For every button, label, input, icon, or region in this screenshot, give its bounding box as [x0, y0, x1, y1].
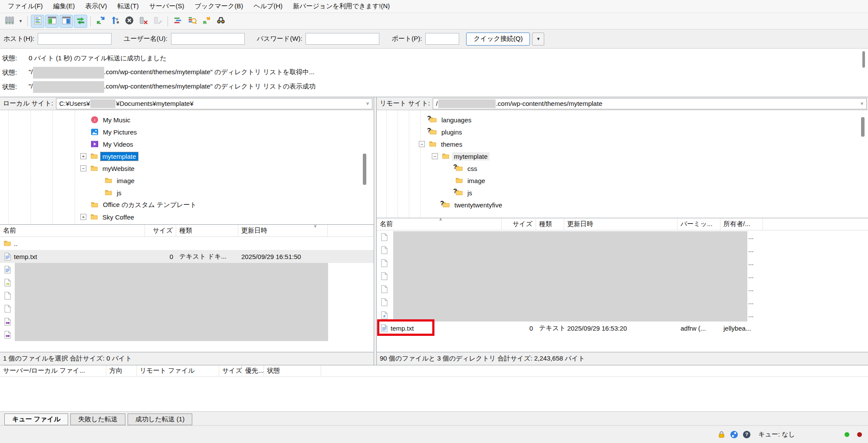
log-line-2: 状態:"/.com/wp-content/themes/mytemplate" …	[0, 66, 868, 80]
local-tree-item-image[interactable]: image	[0, 174, 374, 187]
menu-item-5[interactable]: サーバー(S)	[144, 0, 190, 13]
sync-browsing-button[interactable]	[200, 15, 213, 28]
quickconnect-button[interactable]: クイック接続(Q)	[466, 33, 530, 46]
remote-tree-item-js[interactable]: ?js	[377, 187, 868, 199]
local-tree-item-mywebsite[interactable]: −myWebsite	[0, 162, 374, 174]
queue-column-header-5[interactable]: 優先...	[242, 365, 264, 376]
help-icon[interactable]: ?	[742, 430, 751, 439]
local-tree-item-mytemplate[interactable]: +mytemplate	[0, 150, 374, 162]
blank-file-icon	[380, 272, 388, 280]
remote-column-header-4[interactable]: 更新日時	[564, 218, 677, 230]
menu-item-2[interactable]: 編集(E)	[48, 0, 80, 13]
remote-tree-item-image[interactable]: image	[377, 174, 868, 187]
message-log: 状態:0 バイト (1 秒) のファイル転送に成功しました状態:"/.com/w…	[0, 49, 868, 97]
remote-tree-item-themes[interactable]: −themes	[377, 138, 868, 150]
local-path-combobox[interactable]: C:¥Users¥ ¥Documents¥mytemplate¥ ∨	[56, 98, 372, 109]
site-manager-button[interactable]	[3, 15, 16, 28]
lock-icon[interactable]	[717, 430, 726, 439]
host-input[interactable]	[38, 33, 112, 45]
file-name-label: temp.txt	[14, 253, 37, 260]
tab-2[interactable]: 失敗した転送	[70, 413, 125, 425]
tab-3[interactable]: 成功した転送 (1)	[128, 413, 192, 425]
queue-column-header-3[interactable]: リモート ファイル	[137, 365, 219, 376]
collapse-icon[interactable]: −	[432, 153, 438, 159]
remote-column-header-6[interactable]: 所有者/...	[720, 218, 763, 230]
filter-icon	[173, 16, 183, 26]
remote-tree-item-css[interactable]: ?css	[377, 162, 868, 174]
local-tree-item-my-music[interactable]: ♪My Music	[0, 114, 374, 126]
menu-item-7[interactable]: ヘルプ(H)	[248, 0, 288, 13]
refresh-button[interactable]	[94, 15, 107, 28]
remote-tree-item-twentytwentyfive[interactable]: ?twentytwentyfive	[377, 199, 868, 211]
local-list-header: 名前サイズ種類更新日時∨	[0, 225, 374, 237]
log-status-label: 状態:	[0, 83, 29, 91]
local-column-header-3[interactable]: 種類	[176, 225, 238, 236]
password-input[interactable]	[306, 33, 379, 45]
site-manager-dropdown-button[interactable]: ▾	[17, 15, 24, 28]
filter-button[interactable]	[171, 15, 184, 28]
log-scrollbar[interactable]	[862, 51, 865, 68]
menu-item-1[interactable]: ファイル(F)	[3, 0, 48, 13]
remote-cell-size: 0	[502, 325, 536, 332]
toggle-message-log-icon	[33, 16, 43, 26]
reconnect-button[interactable]	[151, 15, 164, 28]
queue-column-header-4[interactable]: サイズ	[219, 365, 242, 376]
remote-column-header-5[interactable]: パーミッ...	[677, 218, 720, 230]
queue-column-header-2[interactable]: 方向	[106, 365, 137, 376]
menu-item-3[interactable]: 表示(V)	[80, 0, 112, 13]
remote-column-header-2[interactable]: サイズ	[502, 218, 536, 230]
folder-icon	[428, 140, 437, 148]
process-queue-button[interactable]	[108, 15, 122, 28]
queue-status-text: キュー: なし	[758, 430, 795, 439]
find-files-button[interactable]	[214, 15, 227, 28]
tab-1[interactable]: キュー ファイル	[4, 413, 68, 425]
remote-path-combobox[interactable]: / .com/wp-content/themes/mytemplate ∨	[433, 98, 867, 109]
local-column-header-4[interactable]: 更新日時∨	[238, 225, 328, 236]
toggle-transfer-queue-button[interactable]	[74, 15, 87, 28]
menu-item-6[interactable]: ブックマーク(B)	[189, 0, 248, 13]
notifications-icon[interactable]	[730, 430, 738, 439]
username-input[interactable]	[171, 33, 245, 45]
local-tree-item-sky-coffee[interactable]: +Sky Coffee	[0, 211, 374, 223]
local-file-row[interactable]: temp.txt0テキスト ドキ...2025/09/29 16:51:50	[0, 250, 374, 263]
remote-column-header-3[interactable]: 種類	[536, 218, 564, 230]
menu-item-8[interactable]: 新バージョンを利用できます!(N)	[288, 0, 395, 13]
expand-icon[interactable]: +	[80, 153, 86, 159]
remote-tree-item-plugins[interactable]: ?plugins	[377, 126, 868, 138]
local-tree-item-my-pictures[interactable]: My Pictures	[0, 126, 374, 138]
remote-tree-item-languages[interactable]: ?languages	[377, 114, 868, 126]
reconnect-icon	[153, 16, 163, 26]
chevron-down-icon[interactable]: ∨	[366, 101, 369, 105]
local-column-header-2[interactable]: サイズ	[145, 225, 176, 236]
cancel-button[interactable]	[122, 15, 136, 28]
toggle-message-log-button[interactable]	[31, 15, 44, 28]
toggle-local-tree-button[interactable]	[45, 15, 59, 28]
expand-icon[interactable]: +	[80, 214, 86, 220]
port-input[interactable]	[425, 33, 459, 45]
toggle-remote-tree-button[interactable]	[59, 15, 73, 28]
collapse-icon[interactable]: −	[80, 165, 86, 171]
chevron-down-icon[interactable]: ∨	[860, 101, 864, 105]
local-directory-tree: ♪My MusicMy PicturesMy Videos+mytemplate…	[0, 110, 374, 225]
local-column-header-1[interactable]: 名前	[0, 225, 145, 236]
log-message: "/.com/wp-content/themes/mytemplate" のディ…	[29, 81, 316, 93]
tree-item-label: themes	[439, 140, 464, 148]
compare-directories-button[interactable]	[185, 15, 199, 28]
local-file-row[interactable]: ..	[0, 237, 374, 250]
local-tree-item-js[interactable]: js	[0, 187, 374, 199]
tree-item-label: image	[466, 177, 487, 185]
remote-column-header-1[interactable]: 名前∧	[377, 218, 502, 230]
js-file-icon: JS	[3, 278, 12, 287]
local-tree-item-office-[interactable]: Office のカスタム テンプレート	[0, 199, 374, 211]
collapse-icon[interactable]: −	[419, 141, 425, 147]
menu-item-4[interactable]: 転送(T)	[112, 0, 144, 13]
queue-column-header-1[interactable]: サーバー/ローカル ファイ...	[0, 365, 106, 376]
local-tree-item-my-videos[interactable]: My Videos	[0, 138, 374, 150]
queue-column-header-6[interactable]: 状態	[264, 365, 321, 376]
quickconnect-dropdown-button[interactable]: ▼	[532, 33, 544, 46]
tree-item-label: Sky Coffee	[101, 213, 136, 221]
local-cell-modified: 2025/09/29 16:51:50	[238, 253, 328, 260]
disconnect-button[interactable]	[137, 15, 150, 28]
remote-file-row[interactable]: temp.txt0テキスト...2025/09/29 16:53:20adfrw…	[377, 322, 868, 335]
remote-tree-item-mytemplate[interactable]: −mytemplate	[377, 150, 868, 162]
